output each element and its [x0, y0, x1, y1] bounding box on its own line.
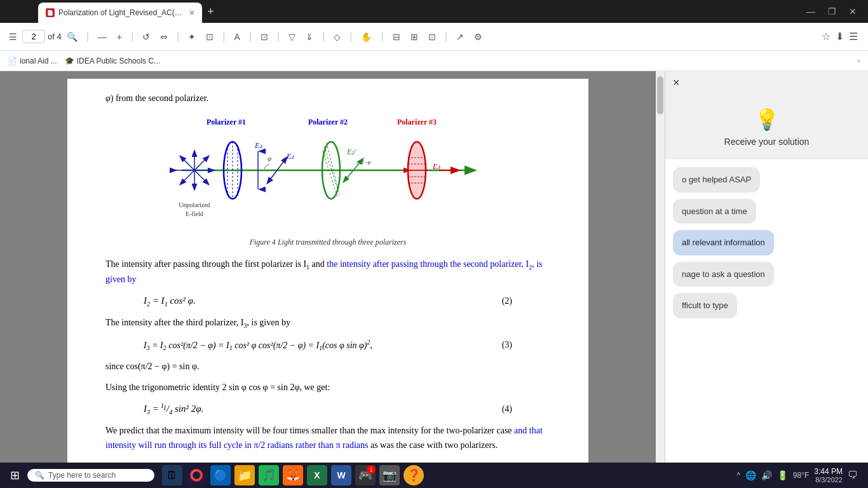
svg-line-11	[194, 170, 208, 184]
maximize-button[interactable]: ❐	[822, 3, 843, 20]
separator-4: |	[222, 31, 225, 43]
taskbar-app-camera[interactable]: 📷	[379, 465, 400, 485]
page-number-input[interactable]	[22, 30, 45, 43]
eq3-number: (3)	[502, 338, 512, 352]
taskbar-search-box[interactable]: 🔍 Type here to search	[27, 469, 154, 482]
minimize-button[interactable]: —	[800, 3, 822, 20]
receive-solution-section: 💡 Receive your solution	[665, 95, 868, 159]
download-icon[interactable]: ⬇	[836, 30, 844, 43]
right-panel-header: ×	[665, 71, 868, 95]
eq2-number: (2)	[502, 294, 512, 308]
tab-close-button[interactable]: ×	[189, 8, 194, 18]
down-arrow-button[interactable]: ▽	[285, 29, 299, 44]
view-button[interactable]: ⊡	[202, 29, 217, 44]
systray-expand-icon[interactable]: ^	[736, 471, 740, 480]
separator-7: |	[322, 31, 325, 43]
time-block: 3:44 PM 8/3/2022	[814, 467, 843, 484]
separator-6: |	[277, 31, 280, 43]
paragraph-1: The intensity after passing through the …	[105, 257, 550, 287]
taskbar-app-word[interactable]: W	[331, 465, 351, 485]
bookmark-item-1[interactable]: 📄 ional Aid ...	[8, 57, 57, 65]
search-magnifier-icon: 🔍	[35, 471, 44, 480]
bookmark-item-2[interactable]: 🎓 IDEA Public Schools C...	[65, 57, 160, 65]
system-tray: ^ 🌐 🔊 🔋 98°F 3:44 PM 8/3/2022 🗨	[731, 467, 863, 484]
bookmark-icon-1: 📄	[8, 57, 17, 65]
text-select-button[interactable]: A	[231, 29, 244, 44]
close-button[interactable]: ✕	[843, 3, 863, 20]
polarizer-diagram: Polarizer #1 Polarizer #2 Polarizer #3	[105, 113, 550, 232]
bookmark-icon[interactable]: ☆	[822, 30, 831, 43]
menu-icon[interactable]: ☰	[849, 30, 858, 43]
pan-button[interactable]: ⊡	[257, 29, 272, 44]
svg-line-8	[194, 156, 208, 170]
eq4-formula: I3 = I1/4 sin² 2φ.	[144, 401, 203, 417]
svg-line-10	[180, 156, 194, 170]
svg-text:E₂': E₂'	[346, 147, 356, 156]
chat-text-3: all relevant information	[682, 238, 765, 247]
chat-bubble-1: o get helped ASAP	[673, 167, 760, 193]
navigation-bar: ☰ of 4 🔍 | — + | ↺ ⇔ | ✦ ⊡ | A | ⊡ | ▽ ⇓…	[0, 23, 868, 51]
systray-temp: 98°F	[793, 471, 809, 480]
search-button[interactable]: 🔍	[63, 29, 81, 44]
chat-area[interactable]: o get helped ASAP question at a time all…	[665, 159, 868, 463]
chat-bubble-5: fficult to type	[673, 293, 737, 318]
left-nav-tools: ☰ of 4 🔍	[5, 29, 81, 44]
settings-button[interactable]: ⚙	[470, 29, 486, 44]
separator-9: |	[381, 31, 383, 43]
bookmark-label-2: IDEA Public Schools C...	[77, 57, 160, 65]
rotate-button[interactable]: ↺	[139, 29, 154, 44]
view-mode-button[interactable]: ⊡	[424, 29, 440, 44]
svg-text:Polarizer #3: Polarizer #3	[397, 118, 437, 126]
systray-volume-icon[interactable]: 🔊	[761, 470, 772, 480]
eq2-formula: I2 = I1 cos² φ.	[144, 293, 196, 309]
taskbar-app-firefox[interactable]: 🦊	[283, 465, 303, 485]
receive-icon: 💡	[754, 107, 780, 132]
taskbar-app-game[interactable]: 🎮 1	[355, 465, 376, 485]
zoom-in-button[interactable]: +	[113, 29, 126, 44]
close-panel-button[interactable]: ×	[673, 76, 680, 90]
eq4-number: (4)	[502, 402, 512, 416]
bookmarks-more-chevron[interactable]: »	[857, 57, 860, 64]
sidebar-toggle-button[interactable]: ☰	[5, 29, 21, 44]
new-tab-button[interactable]: +	[202, 5, 219, 18]
systray-network-icon[interactable]: 🌐	[745, 470, 756, 480]
taskbar-app-help[interactable]: ❓	[403, 465, 424, 485]
taskbar-app-excel[interactable]: X	[307, 465, 327, 485]
taskbar-app-files[interactable]: 📁	[234, 465, 255, 485]
zoom-out-button[interactable]: —	[94, 29, 111, 44]
active-tab[interactable]: 📄 Polarization of Light_Revised_AC(1).pd…	[38, 3, 202, 23]
taskbar-app-spotify[interactable]: 🎵	[259, 465, 279, 485]
annotate-button[interactable]: ✦	[184, 29, 200, 44]
browser-window: 📄 Polarization of Light_Revised_AC(1).pd…	[0, 0, 868, 488]
fit-page-button[interactable]: ⊞	[407, 29, 422, 44]
pdf-viewer[interactable]: φ) from the second polarizer. Polarizer …	[0, 71, 665, 463]
svg-text:Unpolarized: Unpolarized	[179, 201, 210, 208]
start-button[interactable]: ⊞	[5, 466, 25, 485]
equation-3-block: I3 = I2 cos²(π/2 − φ) = I1 cos² φ cos²(π…	[144, 337, 512, 353]
separator-5: |	[249, 31, 252, 43]
down-button[interactable]: ⇓	[302, 29, 317, 44]
svg-text:φ: φ	[268, 154, 271, 162]
hand-button[interactable]: ✋	[357, 29, 376, 44]
scrollbar-thumb[interactable]	[657, 76, 663, 114]
extract-button[interactable]: ↗	[452, 29, 468, 44]
taskbar-app-edge[interactable]: 🔵	[210, 465, 231, 485]
pdf-tab-icon: 📄	[46, 8, 55, 17]
pdf-scrollbar[interactable]	[656, 71, 665, 463]
notifications-icon[interactable]: 🗨	[848, 470, 858, 481]
search-placeholder-text: Type here to search	[48, 471, 116, 480]
scroll-button[interactable]: ⇔	[156, 29, 172, 44]
figure-caption-text: Light transmitted through three polarize…	[278, 238, 406, 247]
svg-line-25	[327, 143, 338, 189]
taskbar-app-explorer[interactable]: 🗓	[162, 465, 182, 485]
fit-width-button[interactable]: ⊟	[389, 29, 404, 44]
taskbar-app-cortana[interactable]: ⭕	[186, 465, 207, 485]
svg-text:Polarizer #2: Polarizer #2	[308, 118, 348, 126]
equation-2-block: I2 = I1 cos² φ. (2)	[144, 293, 512, 309]
draw-button[interactable]: ◇	[330, 29, 344, 44]
svg-text:E₁: E₁	[254, 141, 262, 150]
clock-date: 8/3/2022	[815, 476, 843, 484]
systray-battery-icon[interactable]: 🔋	[777, 470, 788, 480]
separator-2: |	[131, 31, 133, 43]
tab-title: Polarization of Light_Revised_AC(1).pdf	[58, 8, 186, 17]
